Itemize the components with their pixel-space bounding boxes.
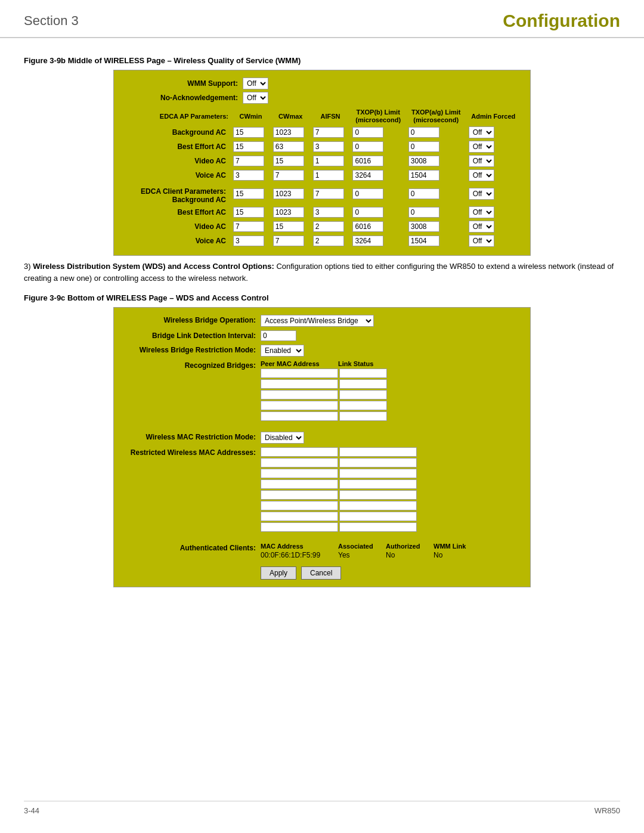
mac-addr-4[interactable] xyxy=(261,479,338,489)
client-video-cwmin[interactable] xyxy=(231,219,271,234)
mac-restrict-label: Wireless MAC Restriction Mode: xyxy=(123,432,261,441)
bridge-link-3[interactable] xyxy=(339,390,387,400)
ap-txopb-0[interactable] xyxy=(350,125,405,140)
mac-addr-2[interactable] xyxy=(261,458,338,467)
auth-client-associated: Yes xyxy=(338,551,386,559)
bridge-op-row: Wireless Bridge Operation: Access Point/… xyxy=(123,315,521,327)
main-content: Figure 3-9b Middle of WIRELESS Page – Wi… xyxy=(0,56,644,587)
client-bg-aifsn[interactable] xyxy=(311,182,351,205)
bridge-op-select[interactable]: Access Point/Wireless Bridge Access Poin… xyxy=(261,315,374,327)
ap-cwmin-2[interactable] xyxy=(231,154,271,168)
ap-cwmax-1[interactable] xyxy=(271,140,311,154)
ap-cwmax-3[interactable] xyxy=(271,168,311,182)
ap-forced-1[interactable]: OffOn xyxy=(466,140,521,154)
mac-extra-6[interactable] xyxy=(339,501,417,510)
client-bg-cwmin[interactable] xyxy=(231,182,271,205)
mac-addr-6[interactable] xyxy=(261,501,338,510)
bridge-mac-2[interactable] xyxy=(261,379,338,389)
bridge-detect-input[interactable] xyxy=(261,330,296,341)
client-voice-txopb[interactable] xyxy=(350,234,405,248)
ap-aifsn-0[interactable] xyxy=(311,125,351,140)
auth-client-wmm: No xyxy=(434,551,469,559)
mac-addr-1[interactable] xyxy=(261,447,338,457)
bridge-link-1[interactable] xyxy=(339,368,387,378)
no-ack-label: No-Acknowledgement: xyxy=(123,94,243,102)
ap-forced-3[interactable]: OffOn xyxy=(466,168,521,182)
ap-txopb-1[interactable] xyxy=(350,140,405,154)
ap-forced-0[interactable]: OffOn xyxy=(466,125,521,140)
mac-row-3 xyxy=(261,469,521,478)
client-voice-label: Voice AC xyxy=(123,234,231,248)
mac-extra-3[interactable] xyxy=(339,469,417,478)
mac-extra-1[interactable] xyxy=(339,447,417,457)
client-bg-cwmax[interactable] xyxy=(271,182,311,205)
client-voice-aifsn[interactable] xyxy=(311,234,351,248)
col-cwmin: CWmin xyxy=(231,107,271,125)
bridge-link-5[interactable] xyxy=(339,411,387,421)
client-be-forced[interactable]: OffOn xyxy=(466,205,521,219)
mac-addr-8[interactable] xyxy=(261,522,338,532)
bridge-detect-row: Bridge Link Detection Interval: xyxy=(123,330,521,341)
auth-client-row-1: 00:0F:66:1D:F5:99 Yes No No xyxy=(261,551,521,559)
ap-aifsn-3[interactable] xyxy=(311,168,351,182)
mac-extra-4[interactable] xyxy=(339,479,417,489)
ap-cwmin-1[interactable] xyxy=(231,140,271,154)
bridge-mac-4[interactable] xyxy=(261,401,338,410)
apply-button[interactable]: Apply xyxy=(261,566,296,580)
ap-aifsn-1[interactable] xyxy=(311,140,351,154)
mac-extra-7[interactable] xyxy=(339,512,417,521)
client-be-cwmax[interactable] xyxy=(271,205,311,219)
bridge-link-2[interactable] xyxy=(339,379,387,389)
ap-row-label-0: Background AC xyxy=(123,125,231,140)
ap-forced-2[interactable]: OffOn xyxy=(466,154,521,168)
ap-txopag-2[interactable] xyxy=(406,154,466,168)
mac-extra-5[interactable] xyxy=(339,490,417,500)
ap-txopb-3[interactable] xyxy=(350,168,405,182)
wmm-support-select[interactable]: Off On xyxy=(243,78,268,89)
button-row: Apply Cancel xyxy=(261,566,521,580)
client-be-cwmin[interactable] xyxy=(231,205,271,219)
mac-extra-2[interactable] xyxy=(339,458,417,467)
no-ack-select[interactable]: Off On xyxy=(243,92,268,104)
ap-txopag-0[interactable] xyxy=(406,125,466,140)
bridge-mac-5[interactable] xyxy=(261,411,338,421)
mac-restrict-select[interactable]: Disabled Enabled xyxy=(261,432,304,444)
mac-row-6 xyxy=(261,501,521,510)
client-be-txopb[interactable] xyxy=(350,205,405,219)
ap-txopb-2[interactable] xyxy=(350,154,405,168)
client-video-txopag[interactable] xyxy=(406,219,466,234)
ap-cwmin-0[interactable] xyxy=(231,125,271,140)
client-video-cwmax[interactable] xyxy=(271,219,311,234)
bridge-mac-1[interactable] xyxy=(261,368,338,378)
recognized-bridges-row: Recognized Bridges: Peer MAC Address Lin… xyxy=(123,360,521,422)
client-be-txopag[interactable] xyxy=(406,205,466,219)
auth-assoc-header: Associated xyxy=(338,543,386,550)
client-video-aifsn[interactable] xyxy=(311,219,351,234)
client-voice-txopag[interactable] xyxy=(406,234,466,248)
mac-addr-3[interactable] xyxy=(261,469,338,478)
bridge-mac-3[interactable] xyxy=(261,390,338,400)
bridge-row-2 xyxy=(261,379,521,389)
mac-addr-5[interactable] xyxy=(261,490,338,500)
ap-cwmax-0[interactable] xyxy=(271,125,311,140)
ap-txopag-3[interactable] xyxy=(406,168,466,182)
bridge-link-4[interactable] xyxy=(339,401,387,410)
client-bg-txopb[interactable] xyxy=(350,182,405,205)
cancel-button[interactable]: Cancel xyxy=(301,566,341,580)
mac-extra-8[interactable] xyxy=(339,522,417,532)
client-voice-cwmax[interactable] xyxy=(271,234,311,248)
mac-addr-7[interactable] xyxy=(261,512,338,521)
ap-txopag-1[interactable] xyxy=(406,140,466,154)
client-bg-txopag[interactable] xyxy=(406,182,466,205)
bridge-restrict-select[interactable]: Enabled Disabled xyxy=(261,345,304,357)
ap-aifsn-2[interactable] xyxy=(311,154,351,168)
client-video-forced[interactable]: OffOn xyxy=(466,219,521,234)
client-video-txopb[interactable] xyxy=(350,219,405,234)
client-voice-forced[interactable]: OffOn xyxy=(466,234,521,248)
ap-cwmin-3[interactable] xyxy=(231,168,271,182)
ap-cwmax-2[interactable] xyxy=(271,154,311,168)
client-bg-forced[interactable]: OffOn xyxy=(466,182,521,205)
client-be-aifsn[interactable] xyxy=(311,205,351,219)
client-voice-cwmin[interactable] xyxy=(231,234,271,248)
mac-row-8 xyxy=(261,522,521,532)
